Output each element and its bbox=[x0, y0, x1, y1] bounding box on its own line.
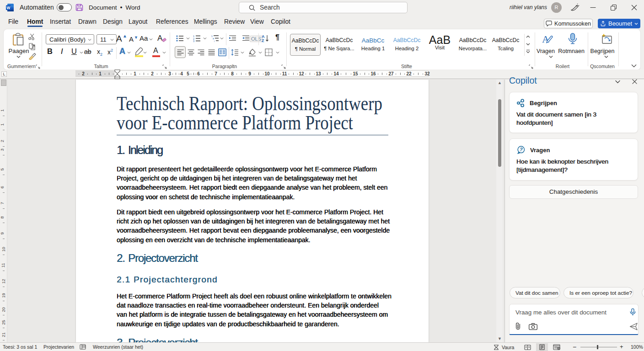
svg-text:3: 3 bbox=[193, 40, 194, 42]
svg-text:i: i bbox=[214, 40, 215, 43]
svg-text:A: A bbox=[542, 33, 549, 45]
svg-text:W: W bbox=[6, 5, 11, 10]
svg-text:?: ? bbox=[520, 147, 523, 152]
svg-text:Z: Z bbox=[262, 38, 264, 43]
